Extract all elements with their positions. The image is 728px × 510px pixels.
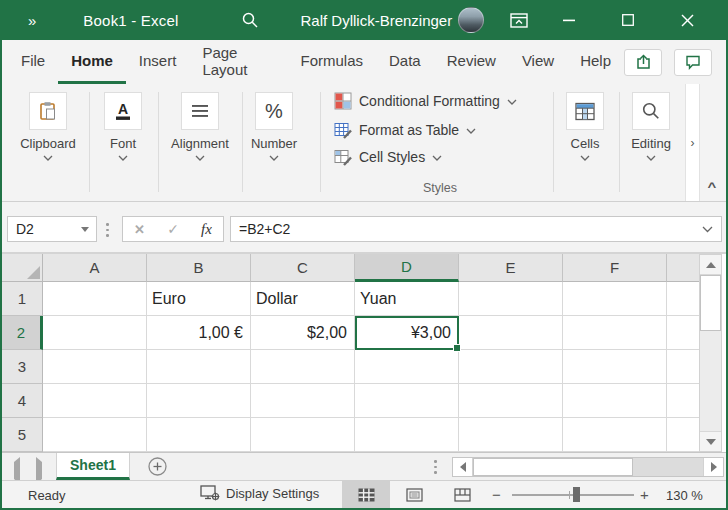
column-header-e[interactable]: E [459,254,563,282]
cell-d5[interactable] [355,418,459,452]
name-box[interactable]: D2 [7,216,97,242]
cell-d2-active[interactable]: ¥3,00 [355,316,459,350]
ribbon-group-cells[interactable]: Cells [554,92,616,161]
share-button[interactable] [624,49,662,76]
name-box-dropdown-icon[interactable] [81,227,89,232]
new-sheet-button[interactable] [148,457,167,480]
cell-e4[interactable] [459,384,563,418]
maximize-button[interactable] [613,0,643,40]
collapse-ribbon-button[interactable]: ^ [702,178,722,194]
column-header-c[interactable]: C [251,254,355,282]
zoom-out-button[interactable]: − [492,486,501,503]
cell-f2[interactable] [563,316,667,350]
cell-d4[interactable] [355,384,459,418]
scroll-right-button[interactable] [703,458,723,476]
cell-c2[interactable]: $2,00 [251,316,355,350]
cell-g4[interactable] [667,384,700,418]
row-header-2[interactable]: 2 [2,316,43,350]
view-page-layout-button[interactable] [390,481,438,508]
cell-f1[interactable] [563,282,667,316]
horizontal-scrollbar-thumb[interactable] [473,458,633,476]
cancel-button[interactable]: ✕ [134,222,145,237]
cell-b4[interactable] [147,384,251,418]
ribbon-group-font[interactable]: A Font [86,92,160,161]
cell-c3[interactable] [251,350,355,384]
cell-b1[interactable]: Euro [147,282,251,316]
next-sheet-button[interactable] [36,462,42,480]
display-settings-button[interactable]: Display Settings [200,485,319,502]
minimize-button[interactable] [554,0,584,40]
ribbon-group-number[interactable]: % Number [236,92,312,161]
ribbon-more-button[interactable]: › [685,84,700,201]
zoom-in-button[interactable]: + [640,486,649,503]
cell-f4[interactable] [563,384,667,418]
cell-d1[interactable]: Yuan [355,282,459,316]
cell-b3[interactable] [147,350,251,384]
zoom-level-button[interactable]: 130 % [666,488,703,503]
previous-sheet-button[interactable] [14,462,20,480]
scroll-left-button[interactable] [453,458,473,476]
cell-d3[interactable] [355,350,459,384]
cell-c5[interactable] [251,418,355,452]
scroll-up-button[interactable] [700,255,721,275]
tab-help[interactable]: Help [567,40,624,84]
cell-e3[interactable] [459,350,563,384]
formula-input[interactable]: =B2+C2 [230,216,722,242]
ribbon-group-alignment[interactable]: Alignment [158,92,242,161]
cell-g1[interactable] [667,282,700,316]
column-header-f[interactable]: F [563,254,667,282]
view-page-break-button[interactable] [438,481,486,508]
column-header-a[interactable]: A [43,254,147,282]
cell-b5[interactable] [147,418,251,452]
cell-f5[interactable] [563,418,667,452]
conditional-formatting-button[interactable]: Conditional Formatting [334,92,517,110]
column-header-stub[interactable] [667,254,700,282]
tab-view[interactable]: View [509,40,567,84]
cell-b2[interactable]: 1,00 € [147,316,251,350]
tab-review[interactable]: Review [434,40,509,84]
format-as-table-button[interactable]: Format as Table [334,121,476,139]
scroll-down-button[interactable] [700,431,721,451]
cell-a4[interactable] [43,384,147,418]
account-user-name[interactable]: Ralf Dyllick-Brenzinger [301,12,453,29]
enter-button[interactable]: ✓ [167,221,179,237]
sheet-tab-sheet1[interactable]: Sheet1 [56,453,130,480]
tab-file[interactable]: File [8,40,58,84]
cell-g3[interactable] [667,350,700,384]
cell-g2[interactable] [667,316,700,350]
cell-a1[interactable] [43,282,147,316]
tab-home[interactable]: Home [58,40,126,84]
zoom-slider-handle[interactable] [573,487,580,502]
tab-insert[interactable]: Insert [126,40,190,84]
close-button[interactable] [672,0,702,40]
row-header-4[interactable]: 4 [2,384,43,418]
insert-function-button[interactable]: fx [201,221,212,238]
view-normal-button[interactable] [342,481,390,508]
cell-f3[interactable] [563,350,667,384]
row-header-5[interactable]: 5 [2,418,43,452]
tab-bar-drag-handle[interactable] [434,460,437,474]
tab-data[interactable]: Data [376,40,434,84]
cell-a3[interactable] [43,350,147,384]
search-button[interactable] [241,11,259,29]
cell-c4[interactable] [251,384,355,418]
row-header-1[interactable]: 1 [2,282,43,316]
cell-c1[interactable]: Dollar [251,282,355,316]
tab-page-layout[interactable]: Page Layout [189,40,287,84]
vertical-scrollbar[interactable] [699,254,722,452]
tab-formulas[interactable]: Formulas [288,40,377,84]
expand-formula-bar-icon[interactable] [702,226,713,233]
cell-a5[interactable] [43,418,147,452]
ribbon-group-editing[interactable]: Editing [618,92,684,161]
cell-e5[interactable] [459,418,563,452]
cell-e1[interactable] [459,282,563,316]
quick-access-overflow-button[interactable]: » [28,12,36,29]
cell-g5[interactable] [667,418,700,452]
row-header-3[interactable]: 3 [2,350,43,384]
select-all-corner[interactable] [2,254,43,282]
horizontal-scrollbar[interactable] [452,457,724,477]
column-header-d[interactable]: D [355,254,459,282]
vertical-scrollbar-thumb[interactable] [700,275,721,331]
avatar[interactable] [458,7,484,33]
cell-a2[interactable] [43,316,147,350]
